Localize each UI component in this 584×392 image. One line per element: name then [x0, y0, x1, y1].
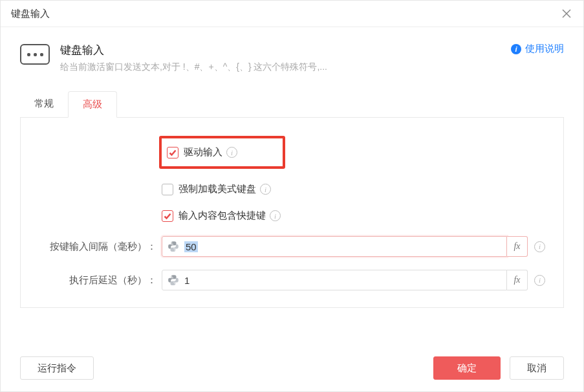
- force-us-kb-checkbox[interactable]: [162, 184, 173, 195]
- row-post-delay: 执行后延迟（秒）： 1 fx i: [39, 270, 545, 290]
- post-delay-label: 执行后延迟（秒）：: [39, 274, 162, 287]
- content-shortcut-checkbox[interactable]: [162, 210, 173, 222]
- check-icon: [164, 212, 171, 220]
- key-interval-info-icon[interactable]: i: [534, 241, 545, 252]
- post-delay-info-icon[interactable]: i: [534, 275, 545, 286]
- driver-input-checkbox[interactable]: [167, 147, 178, 158]
- tab-advanced[interactable]: 高级: [68, 91, 117, 118]
- tab-content: . 驱动输入 i . 强制加载美式键盘 i .: [20, 118, 564, 308]
- check-icon: [169, 149, 177, 157]
- ok-button[interactable]: 确定: [433, 356, 501, 380]
- tabs: 常规 高级: [20, 91, 564, 118]
- row-key-interval: 按键输入间隔（毫秒）： 50 fx i: [39, 236, 545, 257]
- content-shortcut-label: 输入内容包含快捷键: [178, 210, 266, 222]
- tab-general[interactable]: 常规: [20, 91, 68, 117]
- window-title: 键盘输入: [11, 8, 50, 20]
- key-interval-input-wrap: 50 fx: [162, 236, 528, 257]
- row-force-us-kb: . 强制加载美式键盘 i: [39, 183, 545, 195]
- row-driver-input: . 驱动输入 i: [39, 136, 545, 169]
- driver-input-label: 驱动输入: [184, 146, 222, 158]
- close-icon: [562, 9, 571, 18]
- close-button[interactable]: [560, 7, 573, 20]
- key-interval-input[interactable]: 50: [162, 236, 507, 257]
- post-delay-input-wrap: 1 fx: [162, 270, 528, 290]
- post-delay-input[interactable]: 1: [162, 270, 507, 290]
- force-us-kb-info-icon[interactable]: i: [260, 184, 271, 195]
- key-interval-fx-button[interactable]: fx: [507, 236, 528, 257]
- info-icon: i: [511, 44, 521, 54]
- highlight-frame: 驱动输入 i: [159, 136, 285, 169]
- python-icon: [168, 241, 179, 252]
- cancel-button[interactable]: 取消: [510, 356, 564, 380]
- header: 键盘输入 给当前激活窗口发送文本,对于 !、#、+、^、{、} 这六个特殊符号,…: [1, 27, 583, 73]
- driver-input-info-icon[interactable]: i: [226, 147, 237, 158]
- key-interval-label: 按键输入间隔（毫秒）：: [39, 241, 162, 253]
- run-command-button[interactable]: 运行指令: [20, 356, 94, 380]
- header-text: 键盘输入 给当前激活窗口发送文本,对于 !、#、+、^、{、} 这六个特殊符号,…: [60, 43, 327, 73]
- force-us-kb-label: 强制加载美式键盘: [178, 183, 256, 195]
- help-link[interactable]: i 使用说明: [511, 43, 564, 55]
- key-interval-value: 50: [184, 241, 198, 252]
- title-bar: 键盘输入: [1, 1, 583, 27]
- content-shortcut-info-icon[interactable]: i: [270, 210, 281, 221]
- row-content-shortcut: . 输入内容包含快捷键 i: [39, 210, 545, 222]
- header-title: 键盘输入: [60, 43, 327, 58]
- post-delay-value: 1: [184, 275, 189, 286]
- keyboard-icon: [20, 44, 50, 65]
- help-link-label: 使用说明: [525, 43, 564, 55]
- header-description: 给当前激活窗口发送文本,对于 !、#、+、^、{、} 这六个特殊符号,...: [60, 61, 327, 73]
- post-delay-fx-button[interactable]: fx: [507, 270, 528, 290]
- footer: 运行指令 确定 取消: [1, 345, 583, 391]
- python-icon: [168, 274, 179, 286]
